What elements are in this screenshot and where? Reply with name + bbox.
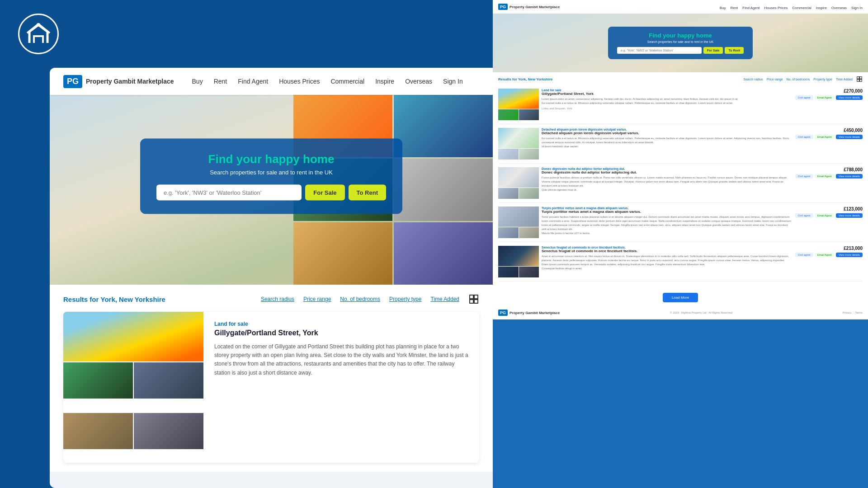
email-agent-btn-3[interactable]: Email Agent	[815, 213, 835, 218]
right-filter-bedrooms[interactable]: No. of bedrooms	[787, 78, 810, 81]
hero-thumb-4	[394, 159, 493, 221]
footer-copyright: © 2023 · Highline Property Ltd · All Rig…	[670, 311, 732, 314]
right-prop-price-1: £450,000	[795, 128, 863, 133]
nav-overseas[interactable]: Overseas	[405, 78, 432, 85]
right-prop-title-1: Detached aliquam proin lorem dignissim v…	[542, 131, 793, 135]
right-prop-desc-1: Eu iusmod nulla a et netus at. Rhoncus a…	[542, 136, 793, 145]
right-nav-links: Buy Rent Find Agent Houses Prices Commer…	[720, 3, 863, 11]
right-nav-commercial[interactable]: Commercial	[792, 6, 811, 10]
nav-inspire[interactable]: Inspire	[375, 78, 394, 85]
right-prop-right-1: £450,000 Civil agent Email Agent View mo…	[795, 128, 863, 160]
right-prop-price-0: £270,000	[795, 89, 863, 94]
property-card-0: Land for sale Gillygate/Portland Street,…	[63, 312, 479, 463]
right-nav-inspire[interactable]: Inspire	[816, 6, 827, 10]
right-prop-desc-4: Amet in accumsan cursus interdum at. Nis…	[542, 254, 793, 267]
right-filter-property-type[interactable]: Property type	[813, 78, 832, 81]
footer-privacy[interactable]: Privacy	[843, 311, 852, 314]
right-to-rent-button[interactable]: To Rent	[725, 47, 744, 54]
svg-rect-2	[474, 295, 478, 299]
right-search-title: Find your happy home	[617, 32, 744, 39]
right-property-list: Land for sale Gillygate/Portland Street,…	[493, 89, 868, 289]
results-prefix: Results for	[63, 296, 99, 303]
filter-time-added[interactable]: Time Added	[430, 296, 459, 302]
load-more-button[interactable]: Load More	[663, 293, 698, 302]
right-prop-card-3: Turpis porttitor metus amet a magna diam…	[498, 206, 863, 242]
right-nav-houses-prices[interactable]: Houses Prices	[764, 6, 788, 10]
filter-property-type[interactable]: Property type	[389, 296, 421, 302]
nav-buy[interactable]: Buy	[192, 78, 203, 85]
right-prop-info-2: Donec dignissim nulla dui adipisc tortor…	[542, 167, 793, 199]
right-nav-find-agent[interactable]: Find Agent	[742, 6, 760, 10]
load-more-section: Load More	[493, 289, 868, 306]
right-grid-icon[interactable]	[856, 76, 863, 82]
email-agent-btn-2[interactable]: Email Agent	[815, 174, 835, 178]
for-sale-button[interactable]: For Sale	[305, 185, 344, 201]
search-input[interactable]	[156, 185, 302, 201]
to-rent-button[interactable]: To Rent	[349, 185, 386, 201]
left-panel: PG Property Gambit Marketplace Buy Rent …	[0, 0, 493, 488]
right-filter-price-range[interactable]: Price range	[767, 78, 783, 81]
right-nav-buy[interactable]: Buy	[720, 6, 726, 10]
right-for-sale-button[interactable]: For Sale	[703, 47, 723, 54]
right-filter-time-added[interactable]: Time Added	[836, 78, 853, 81]
view-more-btn-3[interactable]: View more details	[836, 213, 863, 218]
civil-agent-btn-0[interactable]: Civil agent	[795, 95, 813, 100]
email-agent-btn-1[interactable]: Email Agent	[815, 135, 835, 139]
right-nav-overseas[interactable]: Overseas	[831, 6, 847, 10]
right-search-subtitle: Search properties for sale and to rent i…	[617, 40, 744, 43]
right-prop-right-0: £270,000 Civil agent Email Agent View mo…	[795, 89, 863, 120]
view-more-btn-0[interactable]: View more details	[836, 95, 863, 100]
right-prop-type-2: Donec dignissim nulla dui adipisc tortor…	[542, 167, 793, 170]
right-hero: Find your happy home Search properties f…	[493, 14, 868, 72]
results-location: York, New Yorkshire	[101, 296, 165, 303]
navbar: PG Property Gambit Marketplace Buy Rent …	[50, 68, 493, 95]
right-prop-actions-3: Civil agent Email Agent View more detail…	[795, 213, 863, 218]
filter-bedrooms[interactable]: No. of bedrooms	[340, 296, 380, 302]
nav-commercial[interactable]: Commercial	[330, 78, 364, 85]
right-prop-actions-1: Civil agent Email Agent View more detail…	[795, 135, 863, 139]
filter-price-range[interactable]: Price range	[303, 296, 331, 302]
filter-bar: Search radius Price range No. of bedroom…	[261, 294, 479, 305]
right-search-box: Find your happy home Search properties f…	[608, 27, 753, 59]
right-filter-search-radius[interactable]: Search radius	[744, 78, 763, 81]
search-box: Find your happy home Search properties f…	[140, 139, 402, 214]
nav-rent[interactable]: Rent	[214, 78, 227, 85]
grid-view-icon[interactable]	[468, 294, 479, 305]
view-more-btn-2[interactable]: View more details	[836, 174, 863, 178]
nav-find-agent[interactable]: Find Agent	[238, 78, 268, 85]
civil-agent-btn-2[interactable]: Civil agent	[795, 174, 813, 178]
civil-agent-btn-1[interactable]: Civil agent	[795, 135, 813, 139]
nav-sign-in[interactable]: Sign In	[443, 78, 463, 85]
right-prop-title-0: Gillygate/Portland Street, York	[542, 92, 793, 96]
right-prop-title-3: Turpis porttitor metus amet a magna diam…	[542, 210, 793, 214]
right-nav-rent[interactable]: Rent	[730, 6, 738, 10]
right-nav-sign-in[interactable]: Sign In	[851, 6, 863, 10]
search-title: Find your happy home	[156, 152, 386, 166]
right-prop-desc2-0: Eu iusmod nulla a et netus at. Rhoncus a…	[542, 101, 793, 105]
right-prop-images-3	[498, 206, 539, 238]
svg-rect-1	[470, 295, 473, 299]
right-prop-images-2	[498, 167, 539, 199]
right-prop-title-4: Senectus feugiat ut commodo in orce tinc…	[542, 249, 793, 253]
civil-agent-btn-3[interactable]: Civil agent	[795, 213, 813, 218]
nav-houses-prices[interactable]: Houses Prices	[279, 78, 320, 85]
right-prop-card-4: Senectus feugiat ut commodo in orce tinc…	[498, 246, 863, 282]
right-prop-actions-4: Civil agent Email Agent View more detail…	[795, 253, 863, 257]
view-more-btn-4[interactable]: View more details	[836, 253, 863, 257]
right-search-input[interactable]	[617, 47, 702, 54]
email-agent-btn-0[interactable]: Email Agent	[815, 95, 835, 100]
right-prop-main-img-1	[498, 128, 539, 148]
footer-terms[interactable]: Terms	[855, 311, 863, 314]
search-subtitle: Search properties for sale and to rent i…	[156, 169, 386, 176]
right-prop-sm-1a	[498, 149, 519, 160]
right-nav-logo: PG Property Gambit Marketplace	[498, 4, 560, 10]
right-results-prefix: Results for	[498, 77, 517, 81]
filter-search-radius[interactable]: Search radius	[261, 296, 294, 302]
right-prop-right-2: £788,000 Civil agent Email Agent View mo…	[795, 167, 863, 199]
email-agent-btn-4[interactable]: Email Agent	[815, 253, 835, 257]
civil-agent-btn-4[interactable]: Civil agent	[795, 253, 813, 257]
right-results-location: York, New Yorkshire	[518, 77, 552, 81]
view-more-btn-1[interactable]: View more details	[836, 135, 863, 139]
right-prop-sm-4a	[498, 267, 519, 277]
property-thumb-4	[134, 413, 203, 449]
